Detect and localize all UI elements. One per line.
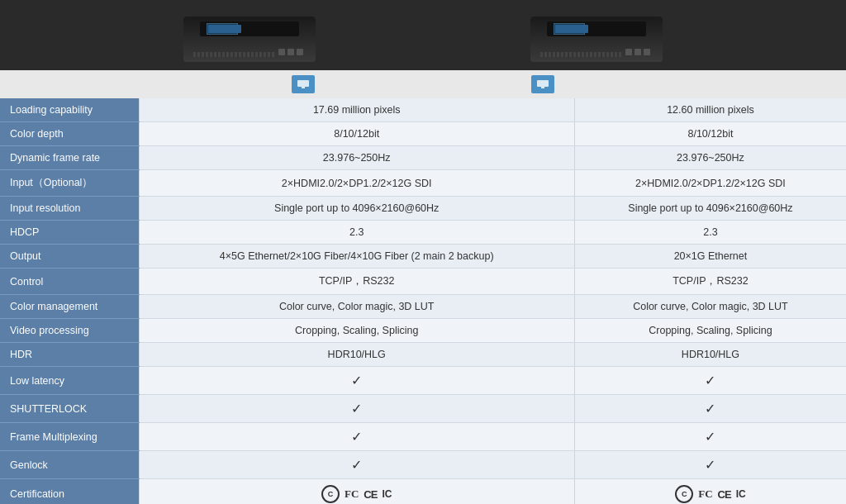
- cert-fc: FC: [345, 487, 359, 501]
- device1-icon: [292, 75, 315, 93]
- cert-ic: IC: [736, 488, 746, 500]
- row-value-col2: ✓: [574, 367, 846, 395]
- certification-icons: C FC CE IC: [583, 485, 838, 503]
- device1-screen: [207, 23, 238, 35]
- row-label: Genlock: [0, 451, 139, 479]
- svg-rect-0: [297, 80, 309, 87]
- device1-image: [183, 17, 316, 62]
- table-row: SHUTTERLOCK✓✓: [0, 395, 846, 423]
- row-label: Loading capability: [0, 98, 139, 122]
- row-value-col2: 2×HDMI2.0/2×DP1.2/2×12G SDI: [574, 170, 846, 197]
- table-row: Loading capability17.69 million pixels12…: [0, 98, 846, 122]
- table-row: Dynamic frame rate23.976~250Hz23.976~250…: [0, 146, 846, 170]
- row-value-col1: 2.3: [139, 221, 574, 245]
- row-value-col1: C FC CE IC: [139, 479, 574, 505]
- row-label: HDCP: [0, 221, 139, 245]
- row-value-col2: ✓: [574, 451, 846, 479]
- row-value-col2: C FC CE IC: [574, 479, 846, 505]
- row-value-col1: ✓: [139, 367, 574, 395]
- table-row: Low latency✓✓: [0, 367, 846, 395]
- device2-connectors: [625, 49, 650, 55]
- row-value-col1: 4×5G Ethernet/2×10G Fiber/4×10G Fiber (2…: [139, 245, 574, 269]
- row-value-col2: ✓: [574, 395, 846, 423]
- row-value-col2: HDR10/HLG: [574, 343, 846, 367]
- row-label: SHUTTERLOCK: [0, 395, 139, 423]
- table-row: Output4×5G Ethernet/2×10G Fiber/4×10G Fi…: [0, 245, 846, 269]
- row-value-col2: Single port up to 4096×2160@60Hz: [574, 197, 846, 221]
- row-value-col1: Color curve, Color magic, 3D LUT: [139, 295, 574, 319]
- row-value-col2: 23.976~250Hz: [574, 146, 846, 170]
- row-value-col1: 8/10/12bit: [139, 122, 574, 146]
- row-value-col1: Cropping, Scaling, Splicing: [139, 319, 574, 343]
- table-row: HDRHDR10/HLGHDR10/HLG: [0, 343, 846, 367]
- row-label: Input（Optional）: [0, 170, 139, 197]
- checkmark-icon: ✓: [705, 373, 715, 388]
- row-value-col2: TCP/IP，RS232: [574, 269, 846, 295]
- table-row: Frame Multiplexing✓✓: [0, 423, 846, 451]
- row-value-col2: Color curve, Color magic, 3D LUT: [574, 295, 846, 319]
- device1-connectors: [278, 49, 303, 55]
- row-label: Dynamic frame rate: [0, 146, 139, 170]
- table-row: Input（Optional）2×HDMI2.0/2×DP1.2/2×12G S…: [0, 170, 846, 197]
- table-row: Video processingCropping, Scaling, Splic…: [0, 319, 846, 343]
- row-label: Input resolution: [0, 197, 139, 221]
- icon-row: [0, 70, 846, 98]
- certification-icons: C FC CE IC: [148, 485, 566, 503]
- row-label: Certification: [0, 479, 139, 505]
- row-value-col1: ✓: [139, 423, 574, 451]
- svg-rect-2: [537, 80, 549, 87]
- table-row: Input resolutionSingle port up to 4096×2…: [0, 197, 846, 221]
- cert-ic: IC: [382, 488, 392, 500]
- cert-c-circle: C: [321, 485, 340, 503]
- devices-header: [0, 0, 846, 70]
- row-label: Frame Multiplexing: [0, 423, 139, 451]
- row-label: Color depth: [0, 122, 139, 146]
- row-label: HDR: [0, 343, 139, 367]
- row-label: Color management: [0, 295, 139, 319]
- row-value-col2: ✓: [574, 423, 846, 451]
- row-value-col2: 2.3: [574, 221, 846, 245]
- checkmark-icon: ✓: [351, 430, 362, 444]
- row-value-col1: 2×HDMI2.0/2×DP1.2/2×12G SDI: [139, 170, 574, 197]
- row-value-col1: ✓: [139, 451, 574, 479]
- table-row: Certification C FC CE IC C FC CE IC: [0, 479, 846, 505]
- row-value-col1: HDR10/HLG: [139, 343, 574, 367]
- checkmark-icon: ✓: [705, 402, 715, 416]
- cert-ce: CE: [364, 488, 377, 501]
- row-value-col1: 23.976~250Hz: [139, 146, 574, 170]
- cert-fc: FC: [698, 487, 712, 501]
- row-label: Low latency: [0, 367, 139, 395]
- table-row: Color managementColor curve, Color magic…: [0, 295, 846, 319]
- cert-c-circle: C: [675, 485, 693, 503]
- row-label: Control: [0, 269, 139, 295]
- row-value-col1: ✓: [139, 395, 574, 423]
- row-label: Output: [0, 245, 139, 269]
- table-row: Color depth8/10/12bit8/10/12bit: [0, 122, 846, 146]
- table-row: ControlTCP/IP，RS232TCP/IP，RS232: [0, 269, 846, 295]
- row-value-col2: 12.60 million pixels: [574, 98, 846, 122]
- comparison-table: Loading capability17.69 million pixels12…: [0, 98, 846, 504]
- checkmark-icon: ✓: [351, 458, 362, 472]
- svg-rect-3: [541, 87, 544, 88]
- svg-rect-1: [302, 87, 305, 88]
- device2-icon: [531, 75, 554, 93]
- device2-screen: [554, 23, 585, 35]
- row-value-col2: 8/10/12bit: [574, 122, 846, 146]
- row-value-col2: 20×1G Ethernet: [574, 245, 846, 269]
- device2-image: [530, 17, 663, 62]
- row-value-col1: Single port up to 4096×2160@60Hz: [139, 197, 574, 221]
- checkmark-icon: ✓: [351, 373, 362, 388]
- checkmark-icon: ✓: [351, 402, 362, 416]
- checkmark-icon: ✓: [705, 430, 715, 444]
- table-row: Genlock✓✓: [0, 451, 846, 479]
- row-value-col2: Cropping, Scaling, Splicing: [574, 319, 846, 343]
- cert-ce: CE: [718, 488, 731, 501]
- table-row: HDCP2.32.3: [0, 221, 846, 245]
- row-value-col1: TCP/IP，RS232: [139, 269, 574, 295]
- checkmark-icon: ✓: [705, 458, 715, 472]
- row-value-col1: 17.69 million pixels: [139, 98, 574, 122]
- row-label: Video processing: [0, 319, 139, 343]
